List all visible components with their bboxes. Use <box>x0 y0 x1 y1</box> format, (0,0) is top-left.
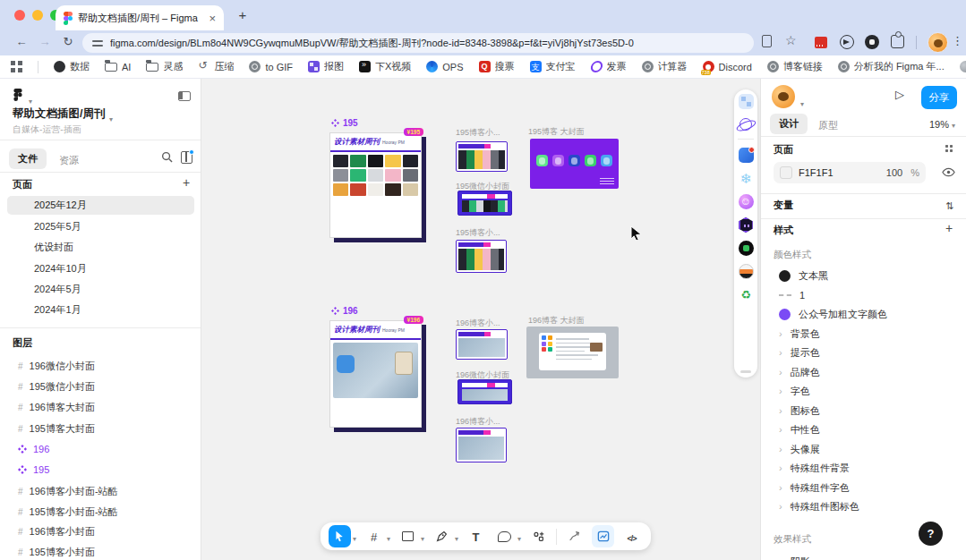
tab-prototype[interactable]: 原型 <box>818 119 838 132</box>
layer-item[interactable]: 195博客小封面 <box>7 542 194 560</box>
color-style-group[interactable]: 提示色 <box>761 344 966 361</box>
big-cover-195[interactable] <box>530 139 619 189</box>
component-label-195[interactable]: 195 <box>331 118 358 128</box>
color-style-item[interactable]: 文本黑 <box>761 267 966 284</box>
forward-button[interactable]: → <box>36 33 54 51</box>
color-style-group[interactable]: 特殊组件背景 <box>761 459 966 477</box>
chevron-down-icon[interactable] <box>517 529 521 545</box>
new-tab-button[interactable] <box>235 7 251 23</box>
comment-tool[interactable] <box>493 525 521 547</box>
add-page-icon[interactable] <box>183 174 190 191</box>
extension-send-icon[interactable] <box>840 35 854 49</box>
chevron-down-icon[interactable] <box>353 529 356 545</box>
color-style-group[interactable]: 中性色 <box>761 420 966 438</box>
page-item[interactable]: 2024年10月 <box>7 259 194 278</box>
poster-195[interactable]: 设计素材周刊 Hooray PM ¥195 <box>329 132 422 238</box>
annotate-tool[interactable] <box>563 525 586 547</box>
layer-item-component[interactable]: 195 <box>7 460 194 479</box>
variables-settings-icon[interactable] <box>945 197 953 213</box>
thumbnail-196-blog-small-2[interactable] <box>456 428 507 462</box>
color-style-group[interactable]: 特殊组件图标色 <box>761 497 966 515</box>
bookmark-item[interactable]: OPS <box>426 61 463 72</box>
frame-label[interactable]: 195博客小... <box>456 227 500 239</box>
frame-label[interactable]: 196博客小... <box>456 318 500 329</box>
fill-opacity[interactable]: 100 <box>886 167 902 178</box>
pen-tool[interactable] <box>431 525 458 547</box>
browser-menu-icon[interactable] <box>952 34 963 47</box>
add-style-icon[interactable] <box>945 220 953 236</box>
layer-item[interactable]: 195博客小封面-站酷 <box>7 502 194 522</box>
layer-item-component[interactable]: 196 <box>7 439 194 459</box>
reload-button[interactable]: ↻ <box>59 33 77 51</box>
bookmark-item[interactable]: 下X视频 <box>359 60 411 73</box>
avatar-chevron[interactable] <box>800 94 804 110</box>
thumbnail-195-wechat-small[interactable] <box>457 191 512 216</box>
frame-label[interactable]: 196博客小... <box>456 416 500 428</box>
minimize-window-button[interactable] <box>32 10 43 21</box>
color-style-group[interactable]: 背景色 <box>761 325 966 343</box>
page-item[interactable]: 2024年1月 <box>7 301 194 319</box>
component-label-196[interactable]: 196 <box>331 306 358 316</box>
tab-close-icon[interactable] <box>209 12 216 25</box>
extensions-puzzle-icon[interactable] <box>891 35 904 48</box>
tab-assets[interactable]: 资源 <box>59 154 79 167</box>
layer-item[interactable]: 195博客大封面 <box>7 419 194 438</box>
planet-plugin-icon[interactable] <box>739 118 752 131</box>
effect-style-group[interactable]: 阴影 <box>761 553 966 560</box>
layer-item[interactable]: 196微信小封面 <box>7 356 194 376</box>
main-menu-chevron[interactable] <box>29 91 32 107</box>
tab-files[interactable]: 文件 <box>9 148 47 169</box>
browser-tab[interactable]: 帮助文档插图/周刊 – Figma <box>56 5 224 30</box>
fill-swatch[interactable] <box>780 166 792 179</box>
move-tool[interactable] <box>329 525 356 547</box>
bookmark-item[interactable]: 数据 <box>54 60 90 73</box>
back-button[interactable]: ← <box>13 33 30 51</box>
smiley-plugin-icon[interactable] <box>739 194 754 209</box>
bookmark-item[interactable]: 发票 <box>591 60 627 73</box>
fill-hex[interactable]: F1F1F1 <box>799 167 833 178</box>
chevron-down-icon[interactable] <box>421 529 424 545</box>
frame-label[interactable]: 195博客小... <box>456 127 500 139</box>
bookmark-item[interactable]: 计算器 <box>642 60 688 73</box>
layer-item[interactable]: 195微信小封面 <box>7 377 194 396</box>
text-tool[interactable] <box>465 525 487 547</box>
layers-plugin-icon[interactable] <box>739 264 754 279</box>
extension-red-icon[interactable] <box>815 37 827 48</box>
clipboard-app-icon[interactable] <box>739 148 754 163</box>
bookmark-item[interactable]: 周刊 <box>960 60 966 73</box>
page-item[interactable]: 2024年5月 <box>7 280 194 299</box>
bookmark-item[interactable]: 搜票 <box>479 60 515 73</box>
color-style-group[interactable]: 字色 <box>761 382 966 400</box>
thumbnail-195-blog-small[interactable] <box>456 141 508 172</box>
chevron-down-icon[interactable] <box>387 529 390 545</box>
save-clipboard-icon[interactable] <box>762 35 772 47</box>
layer-item[interactable]: 196博客小封面-站酷 <box>7 481 194 501</box>
browser-profile-avatar[interactable] <box>928 32 948 53</box>
color-style-item[interactable]: 公众号加粗文字颜色 <box>761 305 966 323</box>
components-grid-icon[interactable] <box>739 94 754 109</box>
snowflake-plugin-icon[interactable] <box>739 171 754 186</box>
bookmark-item[interactable]: to GIF <box>249 61 293 72</box>
layer-item[interactable]: 196博客大封面 <box>7 397 194 417</box>
bookmark-item[interactable]: AI <box>105 62 131 72</box>
site-settings-icon[interactable] <box>92 38 103 47</box>
figma-canvas-area[interactable]: 195 设计素材周刊 Hooray PM ¥195 195博客小... 195微… <box>0 79 966 560</box>
frame-label[interactable]: 196博客 大封面 <box>528 315 585 327</box>
page-item[interactable]: 2025年5月 <box>7 217 194 236</box>
dev-mode[interactable] <box>620 525 643 547</box>
present-play-icon[interactable] <box>895 88 904 101</box>
plants-plugin-icon[interactable] <box>739 287 754 302</box>
file-name-chevron[interactable] <box>109 109 113 125</box>
chevron-down-icon[interactable] <box>455 529 458 545</box>
dock-drag-handle[interactable] <box>740 370 751 373</box>
layer-item[interactable]: 196博客小封面 <box>7 522 194 541</box>
apps-grid-icon[interactable] <box>11 61 22 72</box>
frame-tool[interactable] <box>363 525 390 547</box>
color-style-group[interactable]: 头像展 <box>761 440 966 458</box>
share-button[interactable]: 分享 <box>921 86 957 109</box>
frame-label[interactable]: 195博客 大封面 <box>528 126 585 138</box>
help-button[interactable]: ? <box>919 522 943 546</box>
bookmark-item[interactable]: 灵感 <box>146 60 183 73</box>
bookmark-item[interactable]: 支付宝 <box>530 60 576 73</box>
color-style-group[interactable]: 品牌色 <box>761 363 966 381</box>
